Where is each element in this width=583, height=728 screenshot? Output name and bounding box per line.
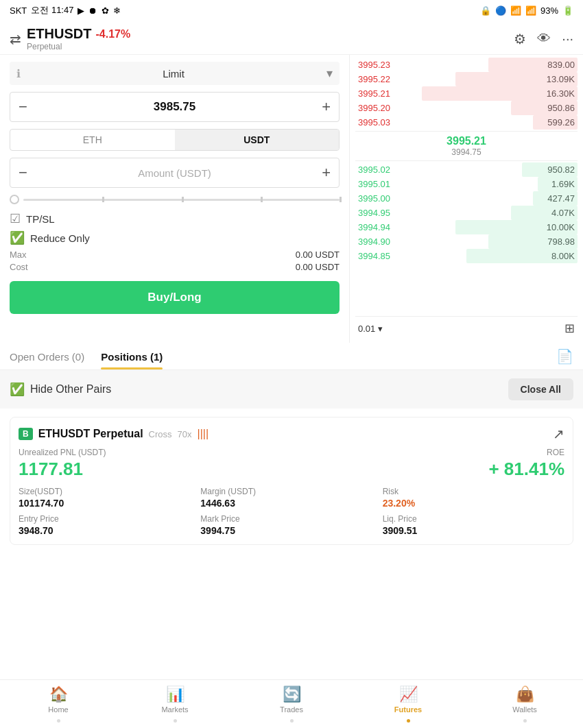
eye-icon[interactable]: 👁 bbox=[537, 31, 551, 47]
max-label: Max bbox=[10, 250, 27, 260]
status-time: 오전 11:47 bbox=[31, 4, 73, 16]
pos-entry-price: Entry Price 3948.70 bbox=[19, 514, 200, 536]
rec-icon: ⏺ bbox=[88, 5, 97, 16]
buy-price: 3994.95 bbox=[358, 208, 390, 218]
liq-price-value: 3909.51 bbox=[383, 525, 564, 536]
hide-pairs-check-icon[interactable]: ✅ bbox=[10, 382, 25, 397]
sell-price: 3995.23 bbox=[358, 60, 390, 70]
pnl-label: Unrealized PNL (USDT) bbox=[19, 448, 106, 457]
bluetooth-icon: 🔵 bbox=[495, 5, 506, 16]
roe-label: ROE bbox=[488, 448, 564, 457]
nav-dot-4 bbox=[407, 719, 410, 723]
futures-label: Futures bbox=[394, 705, 422, 714]
nav-dot-2 bbox=[174, 719, 177, 723]
tpsl-checkbox-row[interactable]: ☑ TP/SL bbox=[10, 211, 340, 226]
nav-row: 🏠 Home 📊 Markets 🔄 Trades 📈 Futures 👜 Wa… bbox=[0, 680, 583, 716]
tab-positions[interactable]: Positions (1) bbox=[101, 343, 163, 369]
home-icon: 🏠 bbox=[49, 685, 68, 703]
more-icon[interactable]: ··· bbox=[562, 31, 573, 47]
max-value: 0.00 USDT bbox=[296, 250, 340, 260]
status-left: SKT 오전 11:47 ▶ ⏺ ✿ ❄ bbox=[10, 4, 121, 16]
size-label: Size(USDT) bbox=[19, 487, 200, 496]
tpsl-label: TP/SL bbox=[26, 213, 55, 225]
amount-input[interactable]: Amount (USDT) bbox=[138, 167, 211, 179]
hide-pairs-section: ✅ Hide Other Pairs Close All bbox=[0, 370, 583, 409]
price-increase-button[interactable]: + bbox=[322, 98, 331, 116]
size-value: 101174.70 bbox=[19, 498, 200, 509]
grid-icon[interactable]: ⊞ bbox=[564, 321, 575, 336]
nav-futures[interactable]: 📈 Futures bbox=[388, 685, 429, 714]
external-link-icon[interactable]: ↗ bbox=[553, 426, 564, 442]
tabs-row: Open Orders (0) Positions (1) 📄 bbox=[10, 343, 573, 369]
price-decrease-button[interactable]: − bbox=[19, 98, 27, 116]
tick-size-select[interactable]: 0.01 ▾ bbox=[358, 324, 383, 334]
pos-mark-price: Mark Price 3994.75 bbox=[200, 514, 382, 536]
slider-row[interactable] bbox=[10, 195, 340, 204]
trading-pair[interactable]: ETHUSDT bbox=[27, 26, 91, 42]
pos-cross: Cross bbox=[149, 429, 172, 439]
nav-wallets[interactable]: 👜 Wallets bbox=[504, 685, 545, 714]
buy-order-row: 3994.85 8.00K bbox=[355, 249, 578, 263]
info-icon: ℹ bbox=[16, 67, 21, 80]
tpsl-checkbox-icon[interactable]: ☑ bbox=[10, 211, 21, 226]
sell-price: 3995.21 bbox=[358, 88, 390, 99]
pos-pnl-left: Unrealized PNL (USDT) 1177.81 bbox=[19, 448, 106, 480]
amount-decrease-button[interactable]: − bbox=[19, 164, 27, 182]
reduce-only-checkbox-icon[interactable]: ✅ bbox=[10, 230, 25, 245]
amount-increase-button[interactable]: + bbox=[322, 164, 331, 182]
pos-header: B ETHUSDT Perpetual Cross 70x |||| ↗ bbox=[19, 426, 564, 442]
buy-price: 3994.94 bbox=[358, 222, 390, 232]
order-type-row[interactable]: ℹ Limit ▾ bbox=[10, 62, 340, 85]
nav-home[interactable]: 🏠 Home bbox=[38, 685, 79, 714]
slider-marker-50 bbox=[182, 197, 184, 202]
mid-price: 3995.21 bbox=[355, 135, 578, 147]
hide-pairs-label: Hide Other Pairs bbox=[30, 383, 111, 396]
nav-trades[interactable]: 🔄 Trades bbox=[271, 685, 312, 714]
trades-icon: 🔄 bbox=[283, 685, 301, 703]
sell-price: 3995.22 bbox=[358, 74, 390, 84]
chart-settings-icon[interactable]: ⚙ bbox=[514, 31, 526, 47]
reduce-only-checkbox-row[interactable]: ✅ Reduce Only bbox=[10, 230, 340, 245]
entry-price-label: Entry Price bbox=[19, 514, 200, 524]
buy-price: 3995.00 bbox=[358, 193, 390, 204]
roe-value: + 81.41% bbox=[488, 459, 564, 480]
sell-order-row: 3995.22 13.09K bbox=[355, 72, 578, 86]
nav-markets[interactable]: 📊 Markets bbox=[154, 685, 195, 714]
order-panel: ℹ Limit ▾ − 3985.75 + ETH USDT − Amount … bbox=[0, 55, 350, 343]
slider-marker-75 bbox=[261, 197, 263, 202]
risk-label: Risk bbox=[383, 487, 564, 496]
header-symbol-group: ETHUSDT -4.17% Perpetual bbox=[27, 26, 130, 51]
futures-icon: 📈 bbox=[399, 685, 418, 703]
slider-thumb[interactable] bbox=[10, 195, 19, 204]
buy-price: 3994.90 bbox=[358, 236, 390, 247]
eth-tab[interactable]: ETH bbox=[10, 130, 175, 150]
ob-mid-price-section: 3995.21 3994.75 bbox=[355, 131, 578, 161]
lock-icon: 🔒 bbox=[480, 5, 491, 16]
reduce-only-label: Reduce Only bbox=[30, 232, 90, 244]
nav-dot-3 bbox=[290, 719, 294, 723]
sell-price: 3995.20 bbox=[358, 103, 390, 113]
perpetual-label: Perpetual bbox=[27, 42, 130, 51]
mark-price-value: 3994.75 bbox=[200, 525, 382, 536]
document-icon[interactable]: 📄 bbox=[556, 348, 573, 365]
slider-track[interactable] bbox=[23, 199, 340, 201]
battery-icon: 🔋 bbox=[562, 5, 573, 16]
battery: 93% bbox=[540, 5, 558, 16]
flower-icon: ✿ bbox=[102, 5, 109, 16]
wallets-label: Wallets bbox=[512, 705, 537, 714]
price-input-row: − 3985.75 + bbox=[10, 92, 340, 122]
close-all-button[interactable]: Close All bbox=[508, 378, 573, 400]
hide-pairs-left: ✅ Hide Other Pairs bbox=[10, 382, 111, 397]
usdt-tab[interactable]: USDT bbox=[175, 130, 340, 150]
max-row: Max 0.00 USDT bbox=[10, 250, 340, 260]
sell-order-row: 3995.03 599.26 bbox=[355, 115, 578, 130]
sell-order-row: 3995.20 950.86 bbox=[355, 101, 578, 115]
swap-icon[interactable]: ⇄ bbox=[10, 31, 21, 47]
tabs-left: Open Orders (0) Positions (1) bbox=[10, 343, 163, 369]
tab-open-orders[interactable]: Open Orders (0) bbox=[10, 343, 84, 369]
price-value[interactable]: 3985.75 bbox=[154, 100, 195, 114]
buy-long-button[interactable]: Buy/Long bbox=[10, 281, 340, 314]
sell-orders: 3995.23 839.00 3995.22 13.09K 3995.21 16… bbox=[355, 58, 578, 130]
main-layout: ℹ Limit ▾ − 3985.75 + ETH USDT − Amount … bbox=[0, 55, 583, 343]
tick-value[interactable]: 0.01 bbox=[358, 324, 375, 334]
